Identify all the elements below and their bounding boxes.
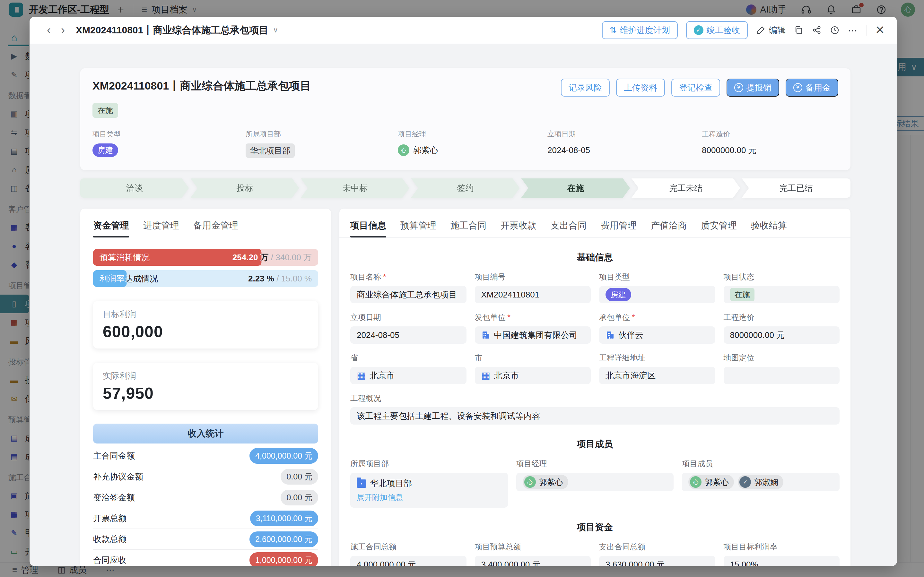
manager-input[interactable]: 心 郭紫心 [516, 473, 674, 491]
overview-input[interactable]: 该工程主要包括土建工程、设备安装和调试等内容 [350, 407, 840, 425]
field-input[interactable]: 中国建筑集团有限公司 [475, 326, 591, 344]
department-icon [357, 479, 366, 488]
modal-body: XM2024110801丨商业综合体施工总承包项目 记录风险上传资料登记检查¥提… [29, 44, 897, 566]
stage-2[interactable]: 投标 [190, 179, 299, 198]
expand-extra-info-link[interactable]: 展开附加信息 [357, 492, 403, 503]
type-badge: 房建 [606, 288, 631, 301]
field-manager: 项目经理 心 郭紫心 [516, 459, 674, 491]
target-profit-card: 目标利润 600,000 [93, 301, 318, 348]
tab-资金管理[interactable]: 资金管理 [93, 219, 129, 237]
income-row: 补充协议金额0.00 元 [93, 466, 318, 487]
income-statistics-button[interactable]: 收入统计 [93, 424, 318, 443]
field-项目名称: 项目名称*商业综合体施工总承包项目 [350, 272, 466, 303]
income-label: 变洽签金额 [93, 492, 135, 503]
income-row: 收款总额2,600,000.00 元 [93, 529, 318, 550]
pencil-icon [756, 25, 766, 35]
stage-1[interactable]: 洽谈 [80, 179, 189, 198]
seal-check-icon: ✓ [694, 25, 703, 35]
field-input[interactable] [724, 367, 840, 384]
share-button[interactable] [812, 25, 822, 35]
person-name: 郭紫心 [705, 477, 729, 487]
more-actions-button[interactable]: ⋯ [848, 25, 858, 36]
field-label: 工程造价 [702, 129, 838, 139]
income-label: 合同应收 [93, 554, 126, 566]
field-input[interactable]: 在施 [724, 286, 840, 303]
stage-6[interactable]: 完工未结 [632, 179, 740, 198]
project-info-content: 基础信息 项目名称*商业综合体施工总承包项目项目编号XM2024110801项目… [339, 238, 850, 566]
copy-button[interactable] [794, 25, 804, 35]
field-项目状态: 项目状态在施 [724, 272, 840, 303]
field-input[interactable]: ▦北京市 [475, 367, 591, 384]
status-badge: 在施 [92, 103, 118, 118]
stage-7[interactable]: 完工已结 [742, 179, 850, 198]
field-input[interactable]: ▦北京市 [350, 367, 466, 384]
chevron-down-icon[interactable]: ∨ [273, 26, 278, 34]
income-label: 主合同金额 [93, 450, 135, 461]
field-input[interactable]: 8000000.00 元 [724, 326, 840, 344]
person-name: 郭淑娴 [754, 477, 778, 487]
next-record-button[interactable]: › [56, 23, 70, 37]
tab-验收结算[interactable]: 验收结算 [751, 219, 787, 237]
card-action-button[interactable]: 记录风险 [561, 79, 610, 97]
copy-icon [794, 25, 804, 35]
completion-acceptance-button[interactable]: ✓ 竣工验收 [686, 21, 748, 39]
card-primary-button[interactable]: ¥备用金 [785, 79, 838, 97]
field-input[interactable]: 北京市海淀区 [599, 367, 715, 384]
field-label: 所属项目部 [246, 129, 398, 139]
prev-record-button[interactable]: ‹ [42, 23, 56, 37]
money-icon: ¥ [793, 83, 802, 92]
department-input[interactable]: 华北项目部 展开附加信息 [350, 473, 508, 508]
field-label: 项目编号 [475, 272, 591, 282]
tab-备用金管理[interactable]: 备用金管理 [193, 219, 238, 237]
region-grid-icon: ▦ [481, 371, 490, 380]
avatar: 心 [398, 144, 410, 156]
field-省: 省▦北京市 [350, 353, 466, 384]
close-icon[interactable]: ✕ [875, 23, 885, 37]
button-label: 竣工验收 [707, 25, 740, 36]
tab-费用管理[interactable]: 费用管理 [601, 219, 637, 237]
stage-4[interactable]: 签约 [411, 179, 519, 198]
fund-field: 项目预算总额3,400,000.00 元 [475, 542, 591, 566]
avatar: ✓ [739, 476, 751, 488]
card-action-button[interactable]: 登记检查 [671, 79, 720, 97]
income-row: 主合同金额4,000,000.00 元 [93, 445, 318, 466]
tab-施工合同[interactable]: 施工合同 [450, 219, 486, 237]
field-text: 3,400,000.00 元 [481, 559, 541, 566]
history-button[interactable] [830, 25, 840, 35]
field-承包单位: 承包单位*伙伴云 [599, 312, 715, 344]
field-text: 北京市 [369, 370, 395, 381]
tab-产值洽商[interactable]: 产值洽商 [651, 219, 687, 237]
field-value: 房建 [92, 143, 246, 157]
tab-开票收款[interactable]: 开票收款 [500, 219, 537, 237]
income-label: 收款总额 [93, 533, 126, 545]
tab-预算管理[interactable]: 预算管理 [400, 219, 436, 237]
field-input[interactable]: 2024-08-05 [350, 326, 466, 344]
section-title-funds: 项目资金 [350, 521, 840, 533]
stage-3[interactable]: 未中标 [301, 179, 410, 198]
field-input[interactable]: 伙伴云 [599, 326, 715, 344]
field-value: 8000000.00 元 [702, 143, 838, 157]
edit-button[interactable]: 编辑 [756, 25, 785, 36]
card-primary-button[interactable]: ¥提报销 [727, 79, 779, 97]
field-label: 项目类型 [599, 272, 715, 282]
members-input[interactable]: 心郭紫心✓郭淑娴 [682, 473, 840, 491]
field-value-box: 15.00% [724, 556, 840, 566]
tab-质安管理[interactable]: 质安管理 [701, 219, 737, 237]
field-text: 2024-08-05 [357, 330, 399, 340]
field-text: 商业综合体施工总承包项目 [357, 289, 457, 300]
field-text: 4,000,000.00 元 [357, 559, 416, 566]
summary-field: 工程造价8000000.00 元 [702, 129, 838, 158]
fund-field: 施工合同总额4,000,000.00 元 [350, 542, 466, 566]
tab-支出合同[interactable]: 支出合同 [551, 219, 587, 237]
field-label: 工程造价 [724, 312, 840, 322]
field-input[interactable]: XM2024110801 [475, 286, 591, 303]
maintain-schedule-button[interactable]: ⇅ 维护进度计划 [602, 21, 678, 39]
tab-项目信息[interactable]: 项目信息 [350, 219, 386, 237]
stage-5[interactable]: 在施 [521, 179, 630, 198]
field-input[interactable]: 房建 [599, 286, 715, 303]
field-input[interactable]: 商业综合体施工总承包项目 [350, 286, 466, 303]
actual-profit-label: 实际利润 [103, 370, 308, 382]
income-label: 开票总额 [93, 513, 126, 524]
tab-进度管理[interactable]: 进度管理 [143, 219, 179, 237]
card-action-button[interactable]: 上传资料 [616, 79, 665, 97]
